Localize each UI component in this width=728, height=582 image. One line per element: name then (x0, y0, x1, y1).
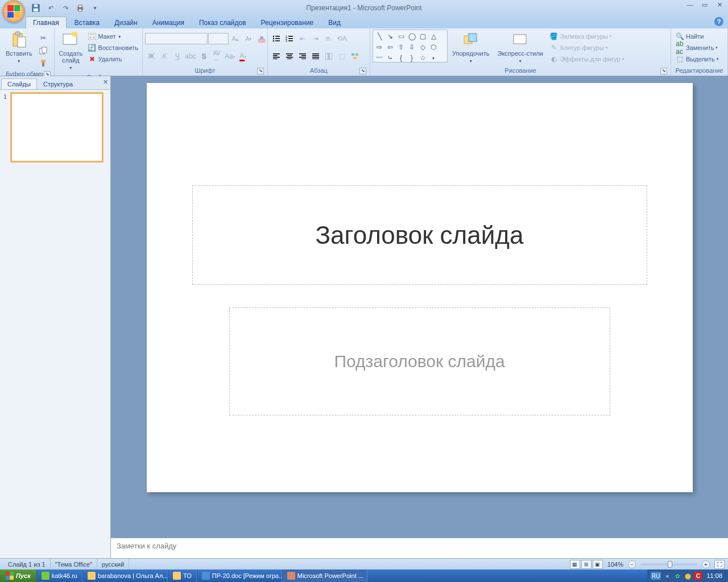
tab-home[interactable]: Главная (26, 16, 67, 28)
taskbar-item[interactable]: katk46.ru (36, 569, 82, 582)
pane-tab-outline[interactable]: Структура (37, 78, 79, 89)
zoom-out-icon[interactable]: − (628, 560, 636, 568)
status-slide-counter[interactable]: Слайд 1 из 1 (3, 559, 51, 569)
taskbar-item[interactable]: ПР-20.doc [Режим огра... (197, 569, 282, 582)
slide-thumbnail[interactable]: 1 (3, 93, 107, 161)
zoom-in-icon[interactable]: + (702, 560, 710, 568)
line-spacing-icon[interactable]: ≡↕ (322, 32, 335, 45)
strike-icon[interactable]: abc (184, 50, 197, 63)
reset-button[interactable]: 🔄Восстановить (86, 42, 140, 53)
larrow-icon[interactable]: ⇦ (385, 42, 395, 52)
slideshow-view-icon[interactable]: ▣ (593, 560, 603, 569)
cut-icon[interactable]: ✂ (37, 32, 49, 44)
paste-button[interactable]: Вставить ▼ (2, 30, 36, 66)
shrink-font-icon[interactable]: A▾ (242, 32, 255, 45)
justify-icon[interactable] (309, 50, 322, 63)
uarrow-icon[interactable]: ⇧ (396, 42, 406, 52)
bold-icon[interactable]: Ж (145, 50, 158, 63)
arrange-button[interactable]: Упорядочить▼ (449, 30, 493, 66)
status-theme[interactable]: "Тема Office" (51, 559, 97, 569)
arrow-icon[interactable]: ↘ (385, 31, 395, 41)
bullets-icon[interactable] (270, 32, 283, 45)
smartart-icon[interactable] (349, 50, 361, 63)
text-direction-icon[interactable]: ⟲A (336, 32, 348, 45)
qat-more-icon[interactable]: ▼ (89, 2, 101, 14)
inc-indent-icon[interactable]: ⇥ (309, 32, 322, 45)
tray-icon[interactable]: ⬤ (684, 572, 692, 580)
slide-area[interactable]: Заголовок слайда Подзаголовок слайда (111, 76, 728, 538)
shadow-icon[interactable]: S (197, 50, 210, 63)
tray-lang[interactable]: RU (651, 572, 661, 580)
underline-icon[interactable]: Ч (171, 50, 184, 63)
shape-effects-button[interactable]: ◐Эффекты для фигур ▾ (548, 53, 626, 65)
star-icon[interactable]: ☆ (417, 53, 428, 63)
columns-icon[interactable] (322, 50, 335, 63)
pane-close-icon[interactable]: ✕ (103, 78, 108, 86)
status-language[interactable]: русский (97, 559, 129, 569)
brace2-icon[interactable]: } (407, 53, 417, 63)
dialog-launcher-icon[interactable]: ⬊ (257, 68, 264, 74)
pane-tab-slides[interactable]: Слайды (1, 78, 37, 89)
change-case-icon[interactable]: Aa▾ (224, 50, 236, 63)
gallery-more-icon[interactable]: ▾ (428, 53, 439, 63)
line-icon[interactable]: ╲ (374, 31, 384, 41)
fit-window-icon[interactable]: ⛶ (714, 560, 725, 569)
taskbar-item[interactable]: barabanova | Ольга Ал... (82, 569, 168, 582)
rrect-icon[interactable]: ▢ (417, 31, 428, 41)
title-placeholder[interactable]: Заголовок слайда (192, 185, 647, 285)
thumbnail-list[interactable]: 1 (0, 90, 110, 558)
grow-font-icon[interactable]: A▴ (229, 32, 242, 45)
quick-print-icon[interactable] (74, 2, 86, 14)
shape-fill-button[interactable]: 🪣Заливка фигуры ▾ (548, 31, 626, 42)
dialog-launcher-icon[interactable]: ⬊ (359, 68, 366, 74)
thumbnail-preview[interactable] (11, 93, 102, 161)
shapes-gallery[interactable]: ╲↘▭◯▢△ ⇨⇦⇧⇩◇⬡ 〰⤷{}☆▾ (373, 30, 448, 63)
layout-button[interactable]: Макет ▼ (86, 31, 140, 42)
oval-icon[interactable]: ◯ (407, 31, 417, 41)
copy-icon[interactable] (37, 44, 49, 57)
redo-icon[interactable]: ↷ (59, 2, 72, 14)
tab-slideshow[interactable]: Показ слайдов (192, 17, 253, 28)
start-button[interactable]: Пуск (0, 569, 36, 582)
restore-button[interactable]: ▭ (700, 1, 710, 9)
quick-styles-button[interactable]: Экспресс-стили▼ (494, 30, 546, 66)
char-spacing-icon[interactable]: AV↔ (210, 50, 223, 63)
help-icon[interactable]: ? (714, 17, 723, 26)
new-slide-button[interactable]: Создать слайд ▼ (57, 30, 85, 73)
taskbar-item[interactable]: Microsoft PowerPoint ... (282, 569, 367, 582)
tab-insert[interactable]: Вставка (68, 17, 107, 28)
shape-outline-button[interactable]: ✎Контур фигуры ▾ (548, 42, 626, 53)
dec-indent-icon[interactable]: ⇤ (296, 32, 309, 45)
font-color-icon[interactable]: A▾ (237, 50, 249, 63)
tab-animation[interactable]: Анимация (146, 17, 191, 28)
minimize-button[interactable]: — (685, 1, 695, 9)
format-painter-icon[interactable] (37, 57, 49, 69)
align-right-icon[interactable] (296, 50, 309, 63)
replace-button[interactable]: abacЗаменить ▾ (673, 42, 721, 53)
diamond-icon[interactable]: ◇ (417, 42, 428, 52)
connector-icon[interactable]: ⤷ (385, 53, 395, 63)
align-left-icon[interactable] (270, 50, 283, 63)
sorter-view-icon[interactable]: ⊞ (581, 560, 592, 569)
tab-design[interactable]: Дизайн (107, 17, 144, 28)
tray-expand-icon[interactable]: « (663, 572, 671, 580)
darrow2-icon[interactable]: ⇩ (407, 42, 417, 52)
italic-icon[interactable]: К (158, 50, 171, 63)
tab-review[interactable]: Рецензирование (254, 17, 321, 28)
zoom-value[interactable]: 104% (607, 561, 623, 568)
zoom-slider[interactable] (640, 563, 697, 566)
clear-format-icon[interactable] (255, 32, 268, 45)
taskbar-item[interactable]: ТО (168, 569, 197, 582)
darrow-icon[interactable]: ⇨ (374, 42, 384, 52)
notes-pane[interactable]: Заметки к слайду (111, 538, 728, 558)
font-family-combo[interactable] (145, 33, 208, 44)
normal-view-icon[interactable]: ▦ (570, 560, 580, 569)
font-size-combo[interactable] (208, 33, 229, 44)
close-button[interactable]: ✕ (714, 1, 725, 9)
align-text-icon[interactable]: ⬚ (336, 50, 348, 63)
delete-slide-button[interactable]: ✖Удалить (86, 53, 140, 65)
zoom-thumb[interactable] (668, 561, 672, 568)
office-button[interactable] (2, 0, 25, 23)
save-icon[interactable] (30, 2, 42, 14)
slide-canvas[interactable]: Заголовок слайда Подзаголовок слайда (147, 83, 693, 492)
